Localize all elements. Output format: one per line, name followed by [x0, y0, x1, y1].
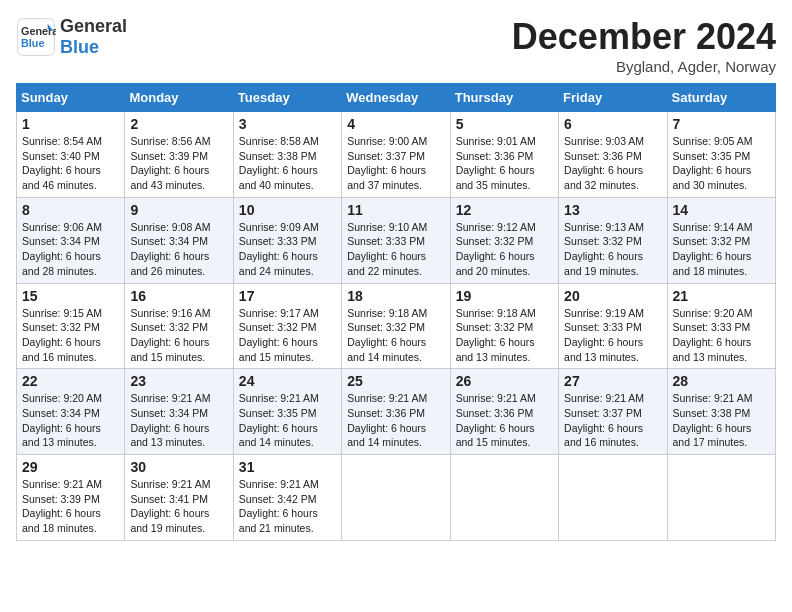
col-wednesday: Wednesday: [342, 84, 450, 112]
location: Bygland, Agder, Norway: [512, 58, 776, 75]
day-info: Sunrise: 9:21 AM Sunset: 3:35 PM Dayligh…: [239, 391, 336, 450]
table-row: 30Sunrise: 9:21 AM Sunset: 3:41 PM Dayli…: [125, 455, 233, 541]
day-number: 22: [22, 373, 119, 389]
logo-icon: General Blue: [16, 17, 56, 57]
table-row: 7Sunrise: 9:05 AM Sunset: 3:35 PM Daylig…: [667, 112, 775, 198]
day-number: 25: [347, 373, 444, 389]
table-row: 19Sunrise: 9:18 AM Sunset: 3:32 PM Dayli…: [450, 283, 558, 369]
day-info: Sunrise: 9:14 AM Sunset: 3:32 PM Dayligh…: [673, 220, 770, 279]
day-info: Sunrise: 9:17 AM Sunset: 3:32 PM Dayligh…: [239, 306, 336, 365]
day-number: 15: [22, 288, 119, 304]
day-info: Sunrise: 9:21 AM Sunset: 3:42 PM Dayligh…: [239, 477, 336, 536]
table-row: [667, 455, 775, 541]
day-number: 18: [347, 288, 444, 304]
day-info: Sunrise: 9:21 AM Sunset: 3:41 PM Dayligh…: [130, 477, 227, 536]
day-info: Sunrise: 8:58 AM Sunset: 3:38 PM Dayligh…: [239, 134, 336, 193]
table-row: 18Sunrise: 9:18 AM Sunset: 3:32 PM Dayli…: [342, 283, 450, 369]
day-number: 3: [239, 116, 336, 132]
day-info: Sunrise: 8:56 AM Sunset: 3:39 PM Dayligh…: [130, 134, 227, 193]
day-info: Sunrise: 9:19 AM Sunset: 3:33 PM Dayligh…: [564, 306, 661, 365]
day-number: 31: [239, 459, 336, 475]
day-number: 4: [347, 116, 444, 132]
table-row: 16Sunrise: 9:16 AM Sunset: 3:32 PM Dayli…: [125, 283, 233, 369]
day-number: 28: [673, 373, 770, 389]
month-title: December 2024: [512, 16, 776, 58]
day-number: 19: [456, 288, 553, 304]
table-row: 9Sunrise: 9:08 AM Sunset: 3:34 PM Daylig…: [125, 197, 233, 283]
day-info: Sunrise: 9:20 AM Sunset: 3:34 PM Dayligh…: [22, 391, 119, 450]
day-info: Sunrise: 9:06 AM Sunset: 3:34 PM Dayligh…: [22, 220, 119, 279]
table-row: 13Sunrise: 9:13 AM Sunset: 3:32 PM Dayli…: [559, 197, 667, 283]
col-thursday: Thursday: [450, 84, 558, 112]
day-info: Sunrise: 9:13 AM Sunset: 3:32 PM Dayligh…: [564, 220, 661, 279]
day-info: Sunrise: 9:21 AM Sunset: 3:34 PM Dayligh…: [130, 391, 227, 450]
day-number: 9: [130, 202, 227, 218]
table-row: 5Sunrise: 9:01 AM Sunset: 3:36 PM Daylig…: [450, 112, 558, 198]
day-number: 6: [564, 116, 661, 132]
table-row: 11Sunrise: 9:10 AM Sunset: 3:33 PM Dayli…: [342, 197, 450, 283]
table-row: 26Sunrise: 9:21 AM Sunset: 3:36 PM Dayli…: [450, 369, 558, 455]
svg-text:General: General: [21, 25, 56, 37]
table-row: 28Sunrise: 9:21 AM Sunset: 3:38 PM Dayli…: [667, 369, 775, 455]
day-number: 17: [239, 288, 336, 304]
table-row: 12Sunrise: 9:12 AM Sunset: 3:32 PM Dayli…: [450, 197, 558, 283]
table-row: 10Sunrise: 9:09 AM Sunset: 3:33 PM Dayli…: [233, 197, 341, 283]
day-info: Sunrise: 9:08 AM Sunset: 3:34 PM Dayligh…: [130, 220, 227, 279]
calendar-row: 8Sunrise: 9:06 AM Sunset: 3:34 PM Daylig…: [17, 197, 776, 283]
table-row: 6Sunrise: 9:03 AM Sunset: 3:36 PM Daylig…: [559, 112, 667, 198]
day-number: 26: [456, 373, 553, 389]
day-info: Sunrise: 8:54 AM Sunset: 3:40 PM Dayligh…: [22, 134, 119, 193]
day-number: 29: [22, 459, 119, 475]
calendar-row: 1Sunrise: 8:54 AM Sunset: 3:40 PM Daylig…: [17, 112, 776, 198]
day-number: 12: [456, 202, 553, 218]
day-info: Sunrise: 9:05 AM Sunset: 3:35 PM Dayligh…: [673, 134, 770, 193]
table-row: 1Sunrise: 8:54 AM Sunset: 3:40 PM Daylig…: [17, 112, 125, 198]
day-number: 21: [673, 288, 770, 304]
col-sunday: Sunday: [17, 84, 125, 112]
day-info: Sunrise: 9:15 AM Sunset: 3:32 PM Dayligh…: [22, 306, 119, 365]
calendar-row: 15Sunrise: 9:15 AM Sunset: 3:32 PM Dayli…: [17, 283, 776, 369]
day-number: 2: [130, 116, 227, 132]
day-number: 7: [673, 116, 770, 132]
day-number: 13: [564, 202, 661, 218]
day-number: 27: [564, 373, 661, 389]
day-info: Sunrise: 9:18 AM Sunset: 3:32 PM Dayligh…: [456, 306, 553, 365]
day-info: Sunrise: 9:12 AM Sunset: 3:32 PM Dayligh…: [456, 220, 553, 279]
day-info: Sunrise: 9:00 AM Sunset: 3:37 PM Dayligh…: [347, 134, 444, 193]
day-info: Sunrise: 9:20 AM Sunset: 3:33 PM Dayligh…: [673, 306, 770, 365]
table-row: 14Sunrise: 9:14 AM Sunset: 3:32 PM Dayli…: [667, 197, 775, 283]
table-row: 20Sunrise: 9:19 AM Sunset: 3:33 PM Dayli…: [559, 283, 667, 369]
day-number: 24: [239, 373, 336, 389]
day-number: 16: [130, 288, 227, 304]
calendar-row: 22Sunrise: 9:20 AM Sunset: 3:34 PM Dayli…: [17, 369, 776, 455]
table-row: 8Sunrise: 9:06 AM Sunset: 3:34 PM Daylig…: [17, 197, 125, 283]
calendar-row: 29Sunrise: 9:21 AM Sunset: 3:39 PM Dayli…: [17, 455, 776, 541]
table-row: 4Sunrise: 9:00 AM Sunset: 3:37 PM Daylig…: [342, 112, 450, 198]
day-info: Sunrise: 9:21 AM Sunset: 3:37 PM Dayligh…: [564, 391, 661, 450]
day-info: Sunrise: 9:10 AM Sunset: 3:33 PM Dayligh…: [347, 220, 444, 279]
col-tuesday: Tuesday: [233, 84, 341, 112]
day-info: Sunrise: 9:21 AM Sunset: 3:36 PM Dayligh…: [456, 391, 553, 450]
day-number: 23: [130, 373, 227, 389]
logo: General Blue General Blue: [16, 16, 127, 58]
table-row: 27Sunrise: 9:21 AM Sunset: 3:37 PM Dayli…: [559, 369, 667, 455]
day-info: Sunrise: 9:03 AM Sunset: 3:36 PM Dayligh…: [564, 134, 661, 193]
table-row: 29Sunrise: 9:21 AM Sunset: 3:39 PM Dayli…: [17, 455, 125, 541]
day-info: Sunrise: 9:21 AM Sunset: 3:36 PM Dayligh…: [347, 391, 444, 450]
col-saturday: Saturday: [667, 84, 775, 112]
day-number: 1: [22, 116, 119, 132]
table-row: [342, 455, 450, 541]
svg-text:Blue: Blue: [21, 37, 44, 49]
table-row: 2Sunrise: 8:56 AM Sunset: 3:39 PM Daylig…: [125, 112, 233, 198]
day-number: 10: [239, 202, 336, 218]
table-row: 25Sunrise: 9:21 AM Sunset: 3:36 PM Dayli…: [342, 369, 450, 455]
day-number: 5: [456, 116, 553, 132]
table-row: 21Sunrise: 9:20 AM Sunset: 3:33 PM Dayli…: [667, 283, 775, 369]
day-info: Sunrise: 9:18 AM Sunset: 3:32 PM Dayligh…: [347, 306, 444, 365]
table-row: 31Sunrise: 9:21 AM Sunset: 3:42 PM Dayli…: [233, 455, 341, 541]
calendar-table: Sunday Monday Tuesday Wednesday Thursday…: [16, 83, 776, 541]
page-header: General Blue General Blue December 2024 …: [16, 16, 776, 75]
day-info: Sunrise: 9:21 AM Sunset: 3:39 PM Dayligh…: [22, 477, 119, 536]
table-row: [559, 455, 667, 541]
col-friday: Friday: [559, 84, 667, 112]
